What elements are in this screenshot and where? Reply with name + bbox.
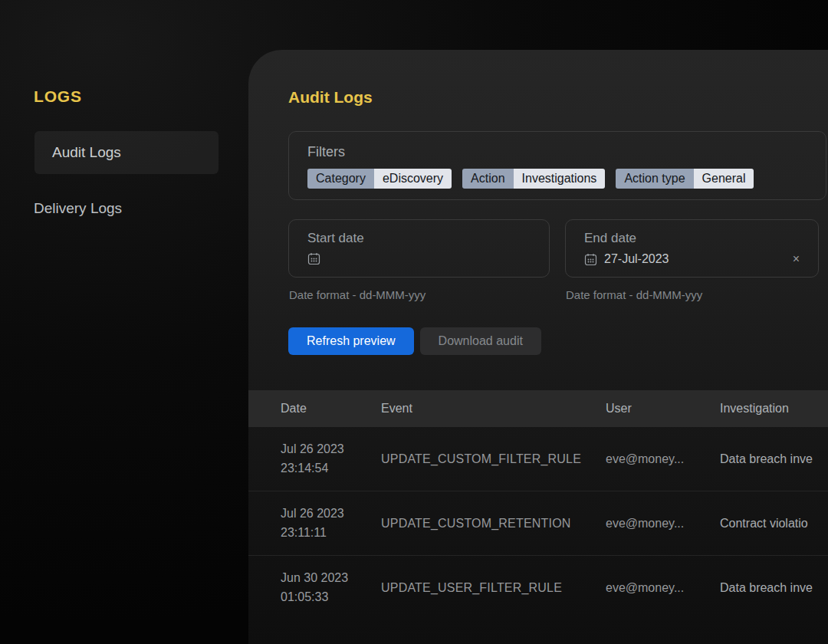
calendar-icon[interactable]	[584, 253, 597, 266]
chip-value: General	[694, 169, 754, 189]
chip-key: Action type	[616, 169, 693, 189]
sidebar-item-audit-logs[interactable]: Audit Logs	[34, 131, 219, 174]
sidebar-heading: LOGS	[34, 87, 82, 106]
clear-end-date-icon[interactable]: ×	[793, 253, 800, 265]
filter-chip-action[interactable]: Action Investigations	[462, 169, 605, 189]
audit-logs-panel: Audit Logs Filters Category eDiscovery A…	[248, 50, 828, 644]
download-audit-button[interactable]: Download audit	[420, 327, 541, 355]
cell-user: eve@money...	[606, 517, 720, 531]
chip-key: Action	[462, 169, 513, 189]
column-header-user: User	[606, 402, 720, 416]
cell-event: UPDATE_CUSTOM_RETENTION	[381, 517, 606, 531]
chip-value: Investigations	[514, 169, 606, 189]
page-title: Audit Logs	[288, 88, 373, 107]
cell-user: eve@money...	[606, 452, 720, 466]
cell-investigation: Data breach inve	[720, 581, 828, 595]
cell-event: UPDATE_USER_FILTER_RULE	[381, 581, 606, 595]
refresh-preview-button[interactable]: Refresh preview	[288, 327, 414, 355]
table-header-row: Date Event User Investigation	[248, 390, 828, 427]
filter-chips: Category eDiscovery Action Investigation…	[307, 169, 807, 189]
column-header-event: Event	[381, 402, 606, 416]
start-date-format-hint: Date format - dd-MMM-yyy	[288, 288, 550, 301]
calendar-icon[interactable]	[307, 252, 320, 265]
chip-key: Category	[307, 169, 374, 189]
sidebar-item-delivery-logs[interactable]: Delivery Logs	[34, 187, 218, 230]
end-date-field[interactable]: End date 27-Jul-2023	[565, 219, 819, 278]
cell-date: Jul 26 2023 23:14:54	[281, 440, 381, 478]
cell-investigation: Contract violatio	[720, 517, 828, 531]
filters-label: Filters	[307, 144, 807, 160]
sidebar-item-label: Audit Logs	[52, 144, 121, 161]
end-date-format-hint: Date format - dd-MMM-yyy	[565, 288, 819, 301]
column-header-investigation: Investigation	[720, 402, 828, 416]
cell-event: UPDATE_CUSTOM_FILTER_RULE	[381, 452, 606, 466]
filters-card: Filters Category eDiscovery Action Inves…	[288, 131, 826, 200]
table-row[interactable]: Jul 26 2023 23:14:54 UPDATE_CUSTOM_FILTE…	[248, 427, 828, 491]
chip-value: eDiscovery	[374, 169, 452, 189]
table-row[interactable]: Jul 26 2023 23:11:11 UPDATE_CUSTOM_RETEN…	[248, 491, 828, 556]
date-filter-row: Start date	[288, 219, 819, 301]
cell-date: Jul 26 2023 23:11:11	[281, 504, 381, 543]
filter-chip-action-type[interactable]: Action type General	[616, 169, 754, 189]
end-date-value: 27-Jul-2023	[604, 252, 669, 266]
start-date-field[interactable]: Start date	[288, 219, 550, 278]
end-date-label: End date	[584, 231, 800, 246]
cell-investigation: Data breach inve	[720, 452, 828, 466]
table-row[interactable]: Jun 30 2023 01:05:33 UPDATE_USER_FILTER_…	[248, 556, 828, 620]
filter-chip-category[interactable]: Category eDiscovery	[307, 169, 452, 189]
sidebar: LOGS Audit Logs Delivery Logs	[0, 0, 248, 644]
sidebar-item-label: Delivery Logs	[34, 200, 122, 217]
start-date-label: Start date	[307, 231, 531, 246]
cell-date: Jun 30 2023 01:05:33	[281, 569, 381, 607]
actions-row: Refresh preview Download audit	[288, 327, 541, 355]
audit-table: Date Event User Investigation Jul 26 202…	[248, 390, 828, 620]
cell-user: eve@money...	[606, 581, 720, 595]
column-header-date: Date	[281, 402, 381, 416]
